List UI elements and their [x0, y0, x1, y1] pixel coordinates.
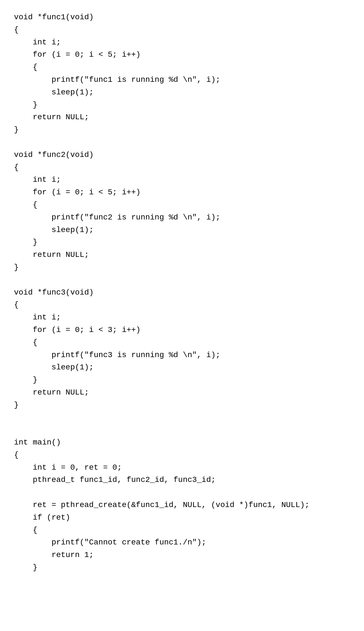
code-line: for (i = 0; i < 5; i++) [14, 49, 350, 61]
code-line [14, 412, 350, 424]
code-line [14, 424, 350, 436]
code-line: printf("func3 is running %d \n", i); [14, 349, 350, 362]
code-line: return 1; [14, 549, 350, 561]
code-line: void *func1(void) [14, 11, 350, 24]
code-line: { [14, 449, 350, 462]
code-line: } [14, 561, 350, 574]
code-line: void *func3(void) [14, 286, 350, 299]
code-line: void *func2(void) [14, 149, 350, 161]
code-line: { [14, 336, 350, 349]
code-line: printf("Cannot create func1./n"); [14, 536, 350, 549]
code-line: } [14, 399, 350, 412]
code-line: int main() [14, 436, 350, 449]
code-line: int i; [14, 36, 350, 49]
code-line [14, 486, 350, 499]
code-line: sleep(1); [14, 224, 350, 236]
code-line: { [14, 161, 350, 174]
code-line: { [14, 299, 350, 311]
code-line: printf("func1 is running %d \n", i); [14, 74, 350, 86]
code-line [14, 274, 350, 286]
code-line: { [14, 199, 350, 211]
code-line: for (i = 0; i < 3; i++) [14, 324, 350, 336]
code-line: { [14, 524, 350, 537]
code-line: } [14, 374, 350, 386]
code-line: } [14, 124, 350, 136]
code-line: ret = pthread_create(&func1_id, NULL, (v… [14, 499, 350, 512]
code-line: { [14, 24, 350, 36]
code-line: int i; [14, 311, 350, 324]
code-line: int i; [14, 174, 350, 186]
code-line: return NULL; [14, 386, 350, 399]
code-line [14, 136, 350, 149]
code-line: return NULL; [14, 249, 350, 261]
code-line: } [14, 236, 350, 249]
code-line: if (ret) [14, 512, 350, 524]
code-line: sleep(1); [14, 361, 350, 374]
code-line: } [14, 99, 350, 111]
code-line: for (i = 0; i < 5; i++) [14, 186, 350, 199]
code-line: return NULL; [14, 111, 350, 124]
code-line: int i = 0, ret = 0; [14, 462, 350, 474]
code-line: { [14, 61, 350, 74]
code-display: void *func1(void){ int i; for (i = 0; i … [14, 11, 350, 574]
code-line: } [14, 261, 350, 274]
code-line: pthread_t func1_id, func2_id, func3_id; [14, 474, 350, 486]
code-line: sleep(1); [14, 86, 350, 99]
code-line: printf("func2 is running %d \n", i); [14, 211, 350, 224]
